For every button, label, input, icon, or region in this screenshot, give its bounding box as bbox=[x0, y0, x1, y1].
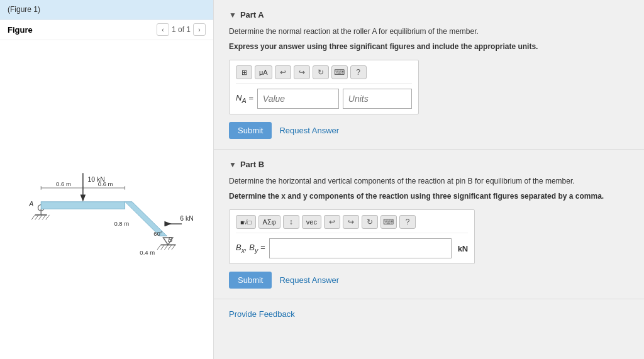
svg-line-17 bbox=[168, 245, 172, 250]
part-b-help-btn[interactable]: ? bbox=[399, 215, 416, 229]
svg-line-15 bbox=[160, 245, 164, 250]
figure-nav: ‹ 1 of 1 › bbox=[157, 23, 206, 36]
part-a-action-row: Submit Request Answer bbox=[229, 122, 629, 139]
part-a-section: ▼ Part A Determine the normal reaction a… bbox=[214, 0, 644, 150]
part-a-answer-container: ⊞ μA ↩ ↪ ↻ ⌨ ? NA = bbox=[229, 60, 419, 114]
caption-text: (Figure 1) bbox=[8, 5, 40, 14]
part-b-header: ▼ Part B bbox=[229, 160, 629, 169]
part-a-toolbar: ⊞ μA ↩ ↪ ↻ ⌨ ? bbox=[236, 65, 412, 84]
svg-line-6 bbox=[45, 214, 49, 219]
figure-drawing: A B 10 kN 0.6 m bbox=[0, 40, 213, 359]
feedback-section: Provide Feedback bbox=[214, 299, 644, 329]
part-a-title: Part A bbox=[240, 10, 264, 19]
part-a-request-link[interactable]: Request Answer bbox=[279, 126, 339, 135]
part-b-action-row: Submit Request Answer bbox=[229, 272, 629, 289]
svg-text:A: A bbox=[28, 200, 33, 207]
figure-area: Figure ‹ 1 of 1 › bbox=[0, 19, 213, 359]
part-a-grid-btn[interactable]: ⊞ bbox=[236, 65, 252, 79]
part-b-request-link[interactable]: Request Answer bbox=[279, 275, 339, 285]
left-panel: (Figure 1) Figure ‹ 1 of 1 › bbox=[0, 0, 214, 359]
part-a-mu-btn[interactable]: μA bbox=[255, 65, 272, 79]
part-b-refresh-btn[interactable]: ↻ bbox=[362, 215, 378, 229]
figure-svg: A B 10 kN 0.6 m bbox=[19, 137, 195, 263]
part-b-unit-label: kN bbox=[458, 244, 469, 253]
svg-line-18 bbox=[171, 245, 175, 250]
nav-next-button[interactable]: › bbox=[193, 23, 206, 36]
part-b-redo-btn[interactable]: ↪ bbox=[343, 215, 359, 229]
svg-line-5 bbox=[42, 214, 46, 219]
svg-text:0.6 m: 0.6 m bbox=[97, 180, 113, 187]
part-a-collapse-icon[interactable]: ▼ bbox=[229, 11, 236, 19]
svg-line-16 bbox=[164, 245, 168, 250]
svg-line-2 bbox=[31, 214, 35, 219]
part-a-keyboard-btn[interactable]: ⌨ bbox=[331, 65, 348, 79]
part-b-vec-btn[interactable]: vec bbox=[302, 215, 321, 229]
svg-text:60°: 60° bbox=[153, 230, 163, 237]
part-b-section: ▼ Part B Determine the horizontal and ve… bbox=[214, 150, 644, 299]
part-b-answer-container: ■√□ ΑΣφ ↕ vec ↩ ↪ ↻ ⌨ ? Bx, By = kN bbox=[229, 209, 475, 264]
part-a-input-row: NA = bbox=[236, 89, 412, 109]
feedback-link[interactable]: Provide Feedback bbox=[229, 309, 295, 319]
figure-caption: (Figure 1) bbox=[0, 0, 213, 19]
svg-line-14 bbox=[157, 245, 161, 250]
part-b-description: Determine the horizontal and vertical co… bbox=[229, 175, 629, 187]
part-a-label: NA = bbox=[236, 93, 253, 104]
part-b-collapse-icon[interactable]: ▼ bbox=[229, 160, 236, 169]
part-b-title: Part B bbox=[240, 160, 264, 169]
part-a-value-input[interactable] bbox=[257, 89, 339, 109]
part-a-submit-button[interactable]: Submit bbox=[229, 122, 272, 139]
svg-text:0.4 m: 0.4 m bbox=[140, 248, 155, 255]
nav-label: 1 of 1 bbox=[172, 25, 191, 34]
svg-line-3 bbox=[35, 214, 38, 219]
svg-text:0.6 m: 0.6 m bbox=[56, 180, 71, 187]
part-a-redo-btn[interactable]: ↪ bbox=[294, 65, 310, 79]
figure-title: Figure bbox=[8, 25, 33, 35]
svg-text:6 kN: 6 kN bbox=[180, 215, 194, 222]
part-b-sigma-btn[interactable]: ΑΣφ bbox=[258, 215, 280, 229]
part-a-header: ▼ Part A bbox=[229, 10, 629, 19]
part-b-input-row: Bx, By = kN bbox=[236, 238, 468, 258]
part-b-undo-btn[interactable]: ↩ bbox=[324, 215, 340, 229]
svg-line-4 bbox=[38, 214, 42, 219]
part-b-value-input[interactable] bbox=[269, 238, 452, 258]
svg-rect-8 bbox=[41, 201, 125, 208]
part-a-refresh-btn[interactable]: ↻ bbox=[313, 65, 329, 79]
right-panel: ▼ Part A Determine the normal reaction a… bbox=[214, 0, 644, 359]
part-b-label: Bx, By = bbox=[236, 243, 265, 254]
part-b-updown-btn[interactable]: ↕ bbox=[283, 215, 299, 229]
part-a-help-btn[interactable]: ? bbox=[350, 65, 367, 79]
part-a-instruction: Express your answer using three signific… bbox=[229, 41, 629, 52]
part-a-undo-btn[interactable]: ↩ bbox=[275, 65, 291, 79]
part-b-sqrt-btn[interactable]: ■√□ bbox=[236, 215, 256, 229]
svg-text:0.8 m: 0.8 m bbox=[114, 219, 129, 226]
part-a-units-input[interactable] bbox=[343, 89, 412, 109]
part-b-instruction: Determine the x and y components of the … bbox=[229, 191, 629, 202]
nav-prev-button[interactable]: ‹ bbox=[157, 23, 169, 36]
part-a-description: Determine the normal reaction at the rol… bbox=[229, 26, 629, 37]
figure-header: Figure ‹ 1 of 1 › bbox=[0, 19, 213, 40]
part-b-submit-button[interactable]: Submit bbox=[229, 272, 272, 289]
part-b-toolbar: ■√□ ΑΣφ ↕ vec ↩ ↪ ↻ ⌨ ? bbox=[236, 215, 468, 233]
part-b-keyboard-btn[interactable]: ⌨ bbox=[380, 215, 397, 229]
